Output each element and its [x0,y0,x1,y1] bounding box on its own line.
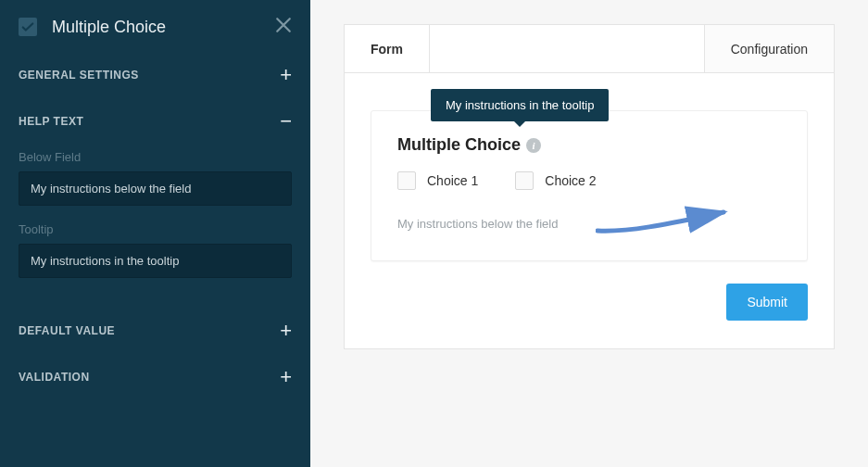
choices-row: Choice 1 Choice 2 [397,171,781,190]
expand-icon: + [280,367,292,387]
checkbox-icon [515,171,534,190]
tab-spacer [430,25,705,72]
field-title: Multiple Choice [397,135,521,155]
sidebar-header: Multiple Choice [0,0,310,52]
main-area: Form Configuration My instructions in th… [310,0,868,467]
tab-configuration[interactable]: Configuration [705,25,834,72]
info-icon[interactable]: i [526,138,541,153]
choice-label: Choice 1 [427,173,478,188]
section-label: HELP TEXT [19,115,83,128]
choice-option[interactable]: Choice 1 [397,171,478,190]
tab-bar: Form Configuration [344,24,835,72]
below-field-label: Below Field [19,150,292,164]
tooltip-label: Tooltip [19,222,292,236]
section-help-text-body: Below Field Tooltip [0,145,310,308]
tooltip-bubble: My instructions in the tooltip [431,89,609,121]
below-field-help-text: My instructions below the field [397,216,564,233]
expand-icon: + [280,321,292,341]
section-general-settings[interactable]: GENERAL SETTINGS + [0,52,310,98]
tooltip-input[interactable] [19,244,292,278]
section-label: GENERAL SETTINGS [19,69,139,82]
sidebar-title: Multiple Choice [52,18,275,37]
choice-label: Choice 2 [545,173,596,188]
section-help-text[interactable]: HELP TEXT − [0,98,310,145]
section-default-value[interactable]: DEFAULT VALUE + [0,308,310,354]
field-type-icon [19,18,37,36]
form-canvas: My instructions in the tooltip Multiple … [344,72,835,349]
section-label: DEFAULT VALUE [19,324,115,337]
below-field-input[interactable] [19,171,292,206]
settings-sidebar: Multiple Choice GENERAL SETTINGS + HELP … [0,0,310,467]
choice-option[interactable]: Choice 2 [515,171,596,190]
field-title-row: Multiple Choice i [397,135,781,155]
section-label: VALIDATION [19,371,90,384]
section-validation[interactable]: VALIDATION + [0,354,310,400]
checkbox-icon [397,171,416,190]
close-icon[interactable] [275,17,292,37]
tab-form[interactable]: Form [345,25,430,72]
expand-icon: + [280,65,292,85]
collapse-icon: − [280,111,292,132]
submit-button[interactable]: Submit [726,284,808,321]
field-card: My instructions in the tooltip Multiple … [371,110,808,261]
